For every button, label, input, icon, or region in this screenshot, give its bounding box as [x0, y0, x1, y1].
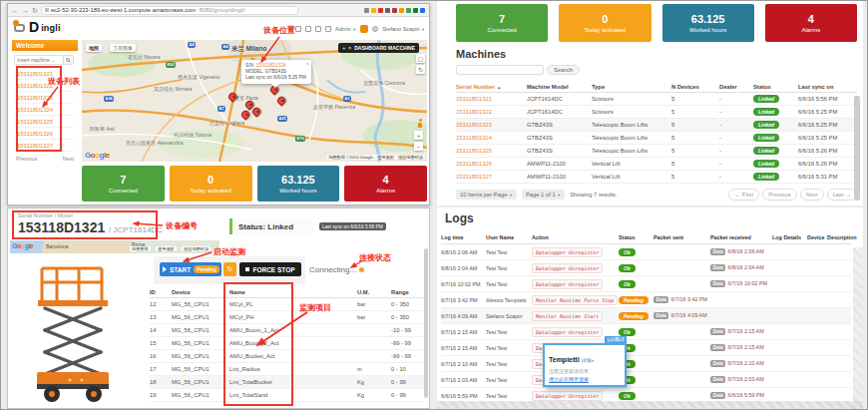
column-type[interactable]: Type — [592, 84, 671, 90]
terms-link[interactable]: 使用条款 — [377, 155, 394, 160]
scrollbar[interactable] — [424, 248, 428, 398]
browser-refresh-icon[interactable]: ↻ — [32, 7, 38, 14]
scrollbar[interactable] — [854, 96, 860, 201]
extension-icon[interactable] — [378, 8, 383, 13]
machines-search-button[interactable]: Search — [547, 65, 580, 75]
star-icon[interactable] — [371, 8, 376, 13]
map-refresh-button[interactable]: ↻ — [416, 65, 425, 74]
location-map-strip[interactable]: Google Barcelona Roma 地图数据 使用条款 报告地图错误 — [10, 240, 219, 253]
table-row[interactable]: 153118D1323 GTBZ43S Telescopic Boom Lift… — [456, 119, 857, 132]
table-row[interactable]: 6/7/16 2:10 AM Test Test Datalogger Unre… — [441, 356, 851, 372]
machine-serial-link[interactable]: 153118D1321 — [456, 96, 527, 102]
table-row[interactable]: 17 MG_56_CPU1 Lmi_Radius m 0 - 10 — [150, 363, 427, 376]
machine-serial-link[interactable]: 153118D1324 — [456, 135, 527, 141]
machines-search-input[interactable] — [456, 65, 544, 75]
machine-list-item[interactable]: 153118D1323 — [14, 92, 74, 104]
data-badge[interactable]: Data — [710, 360, 725, 367]
refresh-button[interactable]: ↻ — [223, 262, 236, 276]
machine-search-input[interactable] — [14, 55, 63, 65]
table-row[interactable]: 6/7/16 2:15 AM Test Test Datalogger Unre… — [441, 340, 851, 356]
data-badge[interactable]: Data — [710, 344, 725, 351]
address-bar[interactable]: ec2-52-30-223-189.eu-west-1.compute.amaz… — [41, 6, 298, 15]
last-page-button[interactable]: Last → — [827, 189, 857, 201]
items-per-page-select[interactable]: 10 Items per Page ▼ — [456, 190, 517, 200]
start-button[interactable]: START Pending — [160, 262, 221, 276]
user-menu[interactable]: Stefano Scapin ▼ — [382, 26, 425, 32]
extension-icon[interactable] — [364, 8, 369, 13]
map-fullscreen-button[interactable]: ▢ — [416, 54, 425, 63]
machine-list-item[interactable]: 153118D1327 — [14, 140, 74, 152]
table-row[interactable]: 14 MG_56_CPU1 AMU_Boom_1_Act -10 - 99 — [150, 324, 427, 337]
extension-icon[interactable] — [413, 8, 418, 13]
table-row[interactable]: 153118D1321 JCPT1614DC Scissors 5 - Link… — [456, 93, 857, 106]
data-badge[interactable]: Data — [710, 328, 725, 335]
page-select[interactable]: Page 1 of 1 ▼ — [522, 190, 565, 200]
table-row[interactable]: 153118D1327 AMWP11-2100 Vertical Lift 5 … — [456, 171, 857, 184]
table-row[interactable]: 15 MG_56_CPU1 AMU_Boom_2_Act -99 - 99 — [150, 337, 427, 350]
zoom-out-button[interactable]: − — [414, 142, 423, 151]
table-row[interactable]: 6/7/16 10:02 PM Test Test Datalogger Unr… — [441, 276, 851, 292]
apps-button[interactable] — [360, 25, 368, 33]
force-stop-button[interactable]: FORCE STOP — [239, 262, 301, 276]
machine-serial-link[interactable]: 153118D1323 — [456, 122, 527, 128]
table-row[interactable]: 6/7/16 3:42 PM Alessio Tempietti Monitor… — [441, 292, 851, 308]
column-status[interactable]: Status — [753, 84, 798, 90]
table-row[interactable]: 18 MG_56_CPU1 Lmi_TotalBucket Kg 0 - 99 — [150, 376, 427, 389]
first-page-button[interactable]: ← First — [728, 189, 759, 201]
sidebar-next-link[interactable]: Next — [63, 156, 74, 162]
machine-serial-link[interactable]: 153118D1325 — [456, 148, 527, 154]
popup-detail-link[interactable]: 详细» — [582, 357, 595, 363]
table-row[interactable]: 6/8/16 2:04 AM Test Test Datalogger Unre… — [441, 260, 851, 276]
table-row[interactable]: 153118D1324 GTBZ43S Telescopic Boom Lift… — [456, 132, 857, 145]
table-row[interactable]: 153118D1322 JCPT1614DC Scissors 5 - Link… — [456, 106, 857, 119]
satellite-type-button[interactable]: 卫星图像 — [110, 44, 136, 52]
machine-list-item[interactable]: 153118D1326 — [14, 128, 74, 140]
close-icon[interactable]: × — [305, 61, 309, 67]
data-badge[interactable]: Data — [653, 312, 668, 319]
dashboard-macchine-badge[interactable]: +× DASHBOARD MACCHINE — [338, 43, 419, 53]
column-serial-number[interactable]: Serial Number▲ — [456, 84, 527, 90]
info-serial-link[interactable]: 153118D1324 — [256, 63, 286, 68]
browser-back-icon[interactable]: ← — [12, 7, 19, 14]
extension-icon[interactable] — [385, 8, 390, 13]
data-badge[interactable]: Data — [710, 392, 725, 399]
zoom-in-button[interactable]: + — [414, 131, 423, 140]
data-badge[interactable]: Data — [710, 264, 725, 271]
add-icon[interactable] — [295, 26, 301, 32]
table-row[interactable]: 19 MG_56_CPU1 Lmi_TotalSand Kg 0 - 99 — [150, 389, 427, 402]
column-last-sync[interactable]: Last sync on — [798, 84, 857, 90]
table-row[interactable]: 13 MG_56_CPU1 MCyl_PH bar 0 - 350 — [150, 311, 427, 324]
report-error-link[interactable]: 报告地图错误 — [398, 155, 423, 160]
machine-serial-link[interactable]: 153118D1322 — [456, 109, 527, 115]
popup-web-search-link[interactable]: 通过必应网页搜索 — [549, 376, 621, 382]
data-badge[interactable]: Data — [710, 248, 725, 255]
column-dealer[interactable]: Dealer — [719, 84, 753, 90]
machine-list-item[interactable]: 153118D1325 — [14, 116, 74, 128]
browser-forward-icon[interactable]: → — [22, 7, 29, 14]
previous-page-button[interactable]: Previous — [762, 189, 797, 201]
sidebar-previous-link[interactable]: Previous — [16, 156, 37, 162]
report-error-link[interactable]: 报告地图错误 — [182, 246, 211, 251]
machine-list-item[interactable]: 153118D1324 — [14, 104, 74, 116]
search-icon[interactable] — [63, 55, 74, 65]
extension-icon[interactable] — [406, 8, 411, 13]
table-row[interactable]: 6/8/16 2:06 AM Test Test Datalogger Unre… — [441, 244, 851, 260]
admin-menu[interactable]: Admin ▼ — [335, 26, 356, 32]
machine-serial-link[interactable]: 153118D1327 — [456, 174, 527, 180]
table-row[interactable]: 6/7/16 2:03 AM Test Test Datalogger Unre… — [441, 372, 851, 388]
pegman-icon[interactable] — [417, 119, 423, 128]
table-row[interactable]: 153118D1325 GTBZ43S Telescopic Boom Lift… — [456, 145, 857, 158]
table-row[interactable]: 6/7/16 4:09 AM Stefano Scapin Monitor Ru… — [441, 308, 851, 324]
column-machine-model[interactable]: Machine Model — [527, 84, 592, 90]
data-badge[interactable]: Data — [653, 296, 668, 303]
gear-icon[interactable] — [325, 26, 331, 32]
table-row[interactable]: 12 MG_56_CPU1 MCyl_PL bar 0 - 350 — [150, 298, 427, 311]
data-badge[interactable]: Data — [710, 376, 725, 383]
machine-serial-link[interactable]: 153118D1326 — [456, 161, 527, 167]
extension-icon[interactable] — [392, 8, 397, 13]
next-page-button[interactable]: Next — [800, 189, 824, 201]
map-type-button[interactable]: 地图 — [86, 44, 102, 52]
table-row[interactable]: 6/7/16 2:15 AM Test Test Datalogger Unre… — [441, 324, 851, 340]
folder-icon[interactable] — [305, 26, 311, 32]
edit-icon[interactable] — [315, 26, 321, 32]
